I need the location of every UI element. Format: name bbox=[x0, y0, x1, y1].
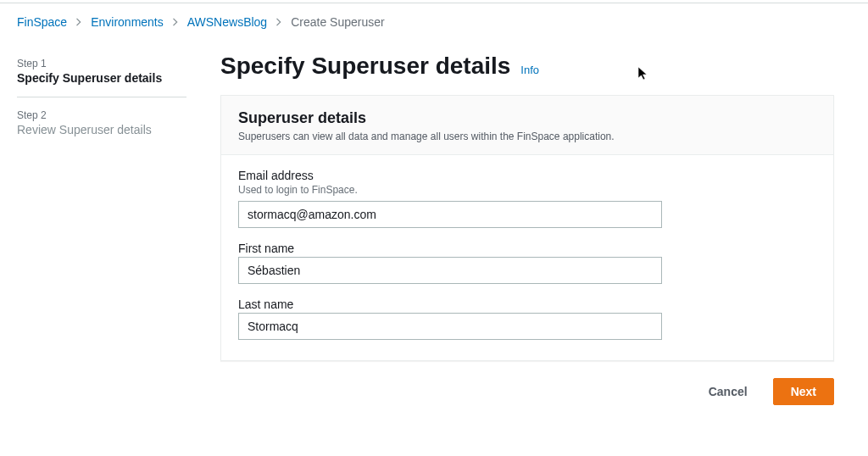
last-name-label: Last name bbox=[238, 298, 816, 311]
cancel-button[interactable]: Cancel bbox=[692, 378, 765, 405]
email-hint: Used to login to FinSpace. bbox=[238, 184, 816, 196]
email-field[interactable] bbox=[238, 201, 662, 228]
panel-body: Email address Used to login to FinSpace.… bbox=[221, 155, 833, 360]
breadcrumb: FinSpace Environments AWSNewsBlog Create… bbox=[0, 3, 868, 37]
step-label: Step 2 bbox=[17, 109, 186, 121]
breadcrumb-current: Create Superuser bbox=[291, 15, 385, 29]
page-heading-row: Specify Superuser details Info bbox=[220, 53, 834, 80]
last-name-field[interactable] bbox=[238, 313, 662, 340]
chevron-right-icon bbox=[172, 18, 179, 26]
breadcrumb-finspace[interactable]: FinSpace bbox=[17, 15, 67, 29]
breadcrumb-environments[interactable]: Environments bbox=[91, 15, 164, 29]
chevron-right-icon bbox=[275, 18, 282, 26]
info-link[interactable]: Info bbox=[520, 64, 539, 76]
step-title: Review Superuser details bbox=[17, 123, 186, 136]
first-name-field-group: First name bbox=[238, 242, 816, 284]
step-title: Specify Superuser details bbox=[17, 71, 186, 85]
wizard-step-2: Step 2 Review Superuser details bbox=[17, 109, 186, 148]
step-divider bbox=[17, 97, 186, 97]
content-wrap: Step 1 Specify Superuser details Step 2 … bbox=[0, 37, 868, 414]
step-label: Step 1 bbox=[17, 58, 186, 70]
email-label: Email address bbox=[238, 169, 816, 182]
superuser-details-panel: Superuser details Superusers can view al… bbox=[220, 95, 834, 361]
next-button[interactable]: Next bbox=[773, 378, 834, 405]
wizard-sidebar: Step 1 Specify Superuser details Step 2 … bbox=[17, 53, 186, 414]
last-name-field-group: Last name bbox=[238, 298, 816, 340]
email-field-group: Email address Used to login to FinSpace. bbox=[238, 169, 816, 228]
panel-subtitle: Superusers can view all data and manage … bbox=[238, 131, 816, 142]
wizard-step-1[interactable]: Step 1 Specify Superuser details bbox=[17, 58, 186, 97]
first-name-field[interactable] bbox=[238, 257, 662, 284]
panel-title: Superuser details bbox=[238, 109, 816, 127]
wizard-button-row: Cancel Next bbox=[220, 361, 834, 414]
page-title: Specify Superuser details bbox=[220, 53, 510, 80]
main-content: Specify Superuser details Info Superuser… bbox=[220, 53, 851, 414]
chevron-right-icon bbox=[75, 18, 82, 26]
panel-header: Superuser details Superusers can view al… bbox=[221, 96, 833, 155]
first-name-label: First name bbox=[238, 242, 816, 255]
breadcrumb-environment-name[interactable]: AWSNewsBlog bbox=[187, 15, 267, 29]
